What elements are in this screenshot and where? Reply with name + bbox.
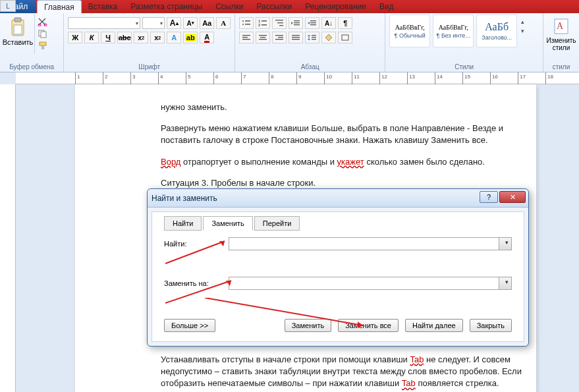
tab-view[interactable]: Вид — [373, 0, 400, 13]
tab-review[interactable]: Рецензирование — [298, 0, 373, 13]
dialog-titlebar[interactable]: Найти и заменить ? ✕ — [148, 189, 528, 208]
align-center-button[interactable] — [256, 32, 270, 43]
para-5: Устанавливать отступы в начале строки пр… — [161, 354, 523, 390]
font-size-combo[interactable] — [142, 17, 165, 29]
para-3: Ворд отрапортует о выполнение команды и … — [161, 156, 523, 168]
group-edit: стили — [547, 62, 575, 72]
find-combo[interactable] — [229, 237, 512, 250]
find-next-button[interactable]: Найти далее — [405, 319, 463, 332]
borders-button[interactable] — [338, 32, 352, 43]
tick: 2 — [103, 72, 103, 84]
sort-button[interactable]: A↓ — [321, 17, 336, 29]
paste-label: Вставить — [3, 38, 34, 46]
replace-input[interactable] — [229, 277, 498, 289]
svg-point-11 — [242, 24, 244, 25]
clear-format-button[interactable]: A — [216, 17, 231, 29]
indent-increase-button[interactable] — [305, 17, 319, 29]
tick: 4 — [158, 72, 159, 84]
grow-font-button[interactable]: A▴ — [167, 17, 181, 29]
show-marks-button[interactable]: ¶ — [338, 17, 352, 29]
dialog-tab-find[interactable]: Найти — [164, 216, 202, 231]
highlight-button[interactable]: ab — [183, 32, 198, 43]
font-family-combo[interactable] — [68, 17, 140, 29]
tick: 18 — [545, 72, 546, 84]
dialog-tab-replace[interactable]: Заменить — [203, 216, 252, 231]
tab-references[interactable]: Ссылки — [209, 0, 250, 13]
change-case-button[interactable]: Aa — [200, 17, 214, 29]
dialog-tab-goto[interactable]: Перейти — [254, 216, 300, 231]
dialog-help-button[interactable]: ? — [480, 191, 498, 203]
font-color-button[interactable]: A — [200, 32, 214, 43]
tick: 17 — [518, 72, 518, 84]
more-button[interactable]: Больше >> — [164, 319, 215, 332]
text-effects-button[interactable]: A — [167, 32, 181, 43]
style-no-spacing[interactable]: АаБбВвГг, ¶ Без инте... — [433, 14, 474, 47]
ruler-vertical[interactable] — [0, 84, 16, 392]
tick: 11 — [352, 72, 352, 84]
svg-text:2: 2 — [258, 23, 261, 27]
shading-button[interactable] — [321, 32, 336, 43]
svg-rect-2 — [14, 25, 22, 34]
svg-rect-26 — [242, 35, 250, 36]
group-paragraph: Абзац — [239, 62, 381, 72]
para-4: Ситуация 3. Пробелы в начале строки. — [161, 177, 523, 189]
tab-layout[interactable]: Разметка страницы — [124, 0, 209, 13]
style-heading1[interactable]: АаБб Заголово... — [476, 14, 517, 47]
styles-more-icon2[interactable]: ▾ — [521, 28, 524, 34]
para-1: нужно заменить. — [161, 101, 523, 113]
dialog-close-button[interactable]: ✕ — [499, 191, 526, 203]
clipboard-icon — [9, 17, 26, 37]
find-label: Найти: — [164, 240, 223, 248]
tick: 3 — [130, 72, 131, 84]
ruler-horizontal[interactable]: 123456789101112131415161718 — [16, 72, 579, 84]
tick: 8 — [269, 72, 269, 84]
group-font: Шрифт — [68, 62, 231, 72]
strike-button[interactable]: abc — [117, 32, 132, 43]
find-input[interactable] — [229, 238, 498, 250]
numbering-button[interactable]: 12 — [256, 17, 270, 29]
subscript-button[interactable]: x2 — [134, 32, 148, 43]
replace-all-button[interactable]: Заменить все — [338, 319, 399, 332]
bullets-button[interactable] — [239, 17, 254, 29]
svg-rect-19 — [279, 25, 283, 26]
italic-button[interactable]: К — [84, 32, 99, 43]
svg-text:A: A — [557, 21, 564, 31]
change-styles-button[interactable]: A Изменить стили — [547, 14, 575, 54]
tick: 6 — [213, 72, 214, 84]
superscript-button[interactable]: x2 — [150, 32, 165, 43]
multilevel-button[interactable] — [272, 17, 287, 29]
shrink-font-button[interactable]: A▾ — [183, 17, 198, 29]
svg-rect-39 — [312, 37, 316, 38]
svg-rect-28 — [242, 39, 250, 40]
tab-insert[interactable]: Вставка — [82, 0, 124, 13]
svg-rect-20 — [294, 20, 300, 21]
paste-button[interactable]: Вставить — [4, 14, 32, 49]
styles-more-icon[interactable]: ▴ — [521, 18, 524, 25]
copy-icon[interactable] — [38, 29, 48, 38]
close-button[interactable]: Закрыть — [470, 319, 512, 332]
tab-mailings[interactable]: Рассылки — [250, 0, 298, 13]
svg-rect-41 — [342, 35, 348, 40]
style-normal[interactable]: АаБбВвГг, ¶ Обычный — [389, 14, 430, 47]
align-left-button[interactable] — [239, 32, 254, 43]
svg-rect-14 — [262, 20, 267, 22]
svg-rect-36 — [292, 37, 300, 38]
bold-button[interactable]: Ж — [68, 32, 82, 43]
replace-combo[interactable] — [229, 277, 512, 290]
svg-rect-40 — [312, 39, 316, 40]
format-painter-icon[interactable] — [38, 41, 48, 50]
svg-rect-8 — [41, 45, 44, 49]
justify-button[interactable] — [289, 32, 303, 43]
indent-decrease-button[interactable] — [289, 17, 303, 29]
ruler-corner: L — [0, 0, 16, 12]
line-spacing-button[interactable] — [305, 32, 319, 43]
tick: 1 — [75, 72, 76, 84]
tab-home[interactable]: Главная — [37, 0, 82, 13]
svg-rect-27 — [242, 37, 248, 38]
align-right-button[interactable] — [272, 32, 287, 43]
underline-button[interactable]: Ч — [101, 32, 115, 43]
replace-button[interactable]: Заменить — [285, 319, 331, 332]
tick: 15 — [462, 72, 463, 84]
tick: 13 — [407, 72, 408, 84]
cut-icon[interactable] — [38, 17, 48, 26]
